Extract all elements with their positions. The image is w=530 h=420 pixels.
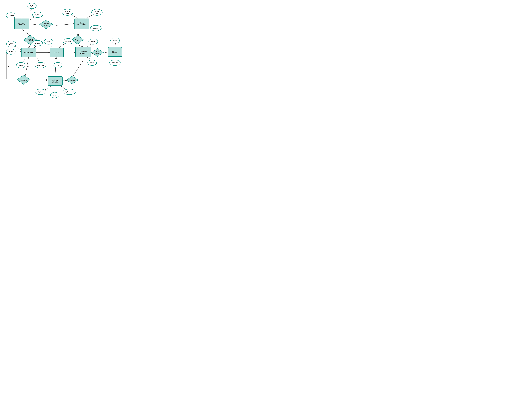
attr-a-email: A_Email	[35, 89, 46, 95]
attr-name-lib: Name	[88, 39, 98, 44]
attr-reserve-date: Reservedate	[62, 9, 73, 15]
attr-phone: Phone	[6, 49, 15, 55]
attr-name-library: Name	[110, 38, 120, 43]
label-no: No	[8, 66, 10, 67]
rel-issue-books: IssueBooks	[91, 48, 104, 57]
attr-pssword: Pssword	[63, 38, 74, 44]
svg-line-34	[73, 60, 83, 76]
attr-email-reg: Email	[16, 62, 25, 68]
entity-library: Library	[108, 47, 122, 57]
svg-line-9	[78, 45, 83, 47]
attr-user-name: UserName	[6, 41, 16, 47]
attr-password: Password	[35, 62, 46, 68]
attr-quantity: Quantity	[90, 25, 102, 31]
attr-s-id: S_ID	[27, 3, 37, 9]
attr-a-id: A_Id	[50, 92, 59, 98]
attr-address-lib: Address	[109, 60, 120, 66]
rel-reserve-return: reserve /return	[39, 20, 53, 29]
attr-otp: OTP	[54, 62, 62, 68]
attr-address: Address	[32, 40, 43, 46]
rel-manage: Manage	[66, 76, 78, 84]
rel-provide-book: providebook	[72, 35, 84, 44]
attr-email: Email	[44, 39, 53, 44]
attr-return-date: Returndate	[91, 9, 103, 15]
entity-member: member /students	[14, 18, 29, 29]
entity-book-transaction: BookTransaction	[74, 18, 89, 29]
label-yes: Yes	[27, 65, 29, 67]
entity-admin-librarian: Admin/Librarian	[48, 76, 62, 86]
attr-s-name: S_Name	[6, 13, 16, 18]
svg-line-4	[56, 24, 74, 25]
entity-online-library: Online LibrarySystem	[75, 47, 91, 57]
entity-login: Login	[50, 48, 64, 57]
svg-line-11	[29, 45, 31, 48]
rel-user-validation: uservalidation	[17, 75, 30, 85]
attr-a-password: A_Password	[63, 89, 76, 95]
attr-s-class: S_Class	[32, 12, 43, 18]
attr-admin: Admin	[88, 60, 97, 66]
svg-line-0	[22, 9, 32, 18]
er-diagram: member /students BookTransaction Registr…	[0, 0, 132, 102]
svg-line-26	[104, 52, 108, 53]
entity-registration: Registration	[21, 48, 36, 57]
